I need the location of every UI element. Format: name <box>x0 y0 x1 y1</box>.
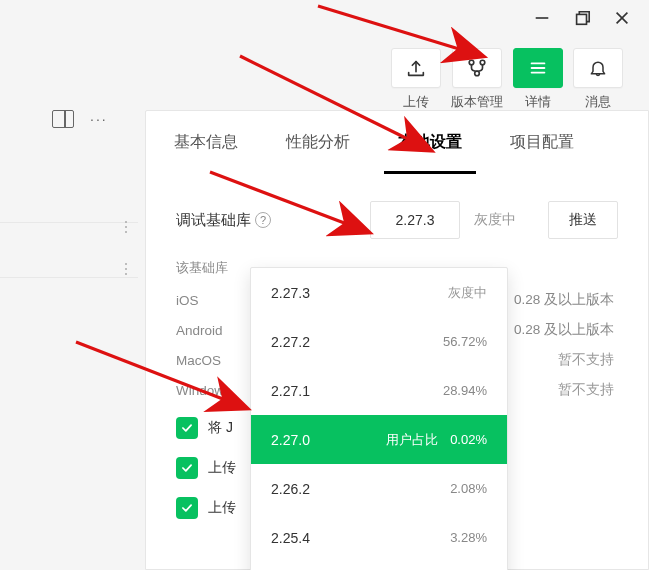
version-percent: 灰度中 <box>448 284 487 302</box>
version-dropdown[interactable]: 2.27.3灰度中2.27.256.72%2.27.128.94%2.27.0用… <box>250 267 508 570</box>
divider <box>0 222 138 223</box>
version-percent: 56.72% <box>443 334 487 349</box>
base-lib-version-select[interactable]: 2.27.3 <box>370 201 460 239</box>
version-option[interactable]: 2.27.128.94% <box>251 366 507 415</box>
version-value: 2.26.2 <box>271 481 310 497</box>
version-option[interactable]: 2.27.256.72% <box>251 317 507 366</box>
selected-version-value: 2.27.3 <box>396 212 435 228</box>
checkbox-checked-icon <box>176 457 198 479</box>
tab-performance[interactable]: 性能分析 <box>282 111 354 174</box>
version-value: 2.27.3 <box>271 285 310 301</box>
divider <box>0 277 138 278</box>
version-option[interactable]: 2.26.22.08% <box>251 464 507 513</box>
version-option[interactable]: 2.27.3灰度中 <box>251 268 507 317</box>
close-button[interactable] <box>613 9 631 27</box>
drag-handle[interactable] <box>125 221 131 233</box>
drag-handle[interactable] <box>125 263 131 275</box>
svg-rect-1 <box>577 14 587 24</box>
upload-button[interactable] <box>391 48 441 88</box>
release-status: 灰度中 <box>474 211 534 229</box>
upload-label: 上传 <box>403 94 429 111</box>
version-percent: 28.94% <box>443 383 487 398</box>
layout-panes-icon[interactable] <box>52 110 74 128</box>
checkbox-label: 上传 <box>208 459 236 477</box>
version-mgmt-label: 版本管理 <box>451 94 503 111</box>
more-icon[interactable]: ··· <box>90 111 108 127</box>
version-percent: 3.28% <box>450 530 487 545</box>
version-mgmt-button[interactable] <box>452 48 502 88</box>
user-share-label: 用户占比 <box>386 431 438 449</box>
version-value: 2.27.2 <box>271 334 310 350</box>
messages-label: 消息 <box>585 94 611 111</box>
checkbox-label: 上传 <box>208 499 236 517</box>
push-button[interactable]: 推送 <box>548 201 618 239</box>
version-percent: 0.02% <box>450 432 487 447</box>
minimize-button[interactable] <box>533 9 551 27</box>
details-label: 详情 <box>525 94 551 111</box>
checkbox-checked-icon <box>176 497 198 519</box>
messages-button[interactable] <box>573 48 623 88</box>
maximize-button[interactable] <box>573 9 591 27</box>
help-icon[interactable]: ? <box>255 212 271 228</box>
tab-project-config[interactable]: 项目配置 <box>506 111 578 174</box>
tab-local-settings[interactable]: 本地设置 <box>394 111 466 174</box>
version-percent: 2.08% <box>450 481 487 496</box>
debug-lib-label: 调试基础库 ? <box>176 211 271 230</box>
tab-basic-info[interactable]: 基本信息 <box>170 111 242 174</box>
version-option[interactable]: 2.27.0用户占比0.02% <box>251 415 507 464</box>
version-value: 2.27.0 <box>271 432 310 448</box>
version-value: 2.27.1 <box>271 383 310 399</box>
checkbox-checked-icon <box>176 417 198 439</box>
version-value: 2.25.4 <box>271 530 310 546</box>
version-option[interactable]: 2.25.43.28% <box>251 513 507 562</box>
version-option[interactable]: 2.25.30.32% <box>251 562 507 570</box>
checkbox-label: 将 J <box>208 419 233 437</box>
details-button[interactable] <box>513 48 563 88</box>
